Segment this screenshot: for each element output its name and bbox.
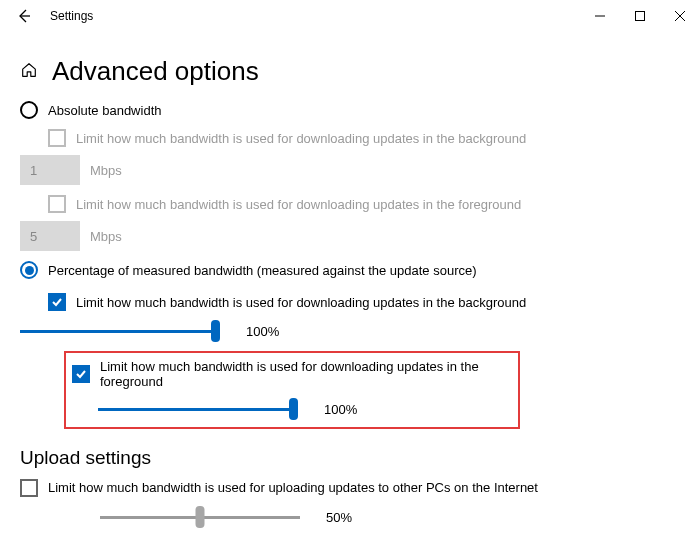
home-icon[interactable]	[20, 61, 38, 82]
checkbox-pct-foreground[interactable]	[72, 365, 90, 383]
slider-upload-value: 50%	[326, 510, 352, 525]
checkbox-abs-foreground	[48, 195, 66, 213]
close-button[interactable]	[660, 0, 700, 32]
radio-percentage-bandwidth[interactable]	[20, 261, 38, 279]
upload-section-title: Upload settings	[20, 447, 680, 469]
checkbox-pct-bg-label: Limit how much bandwidth is used for dow…	[76, 295, 526, 310]
input-abs-fg-value	[20, 221, 80, 251]
svg-rect-1	[636, 12, 645, 21]
highlighted-region: Limit how much bandwidth is used for dow…	[64, 351, 520, 429]
radio-absolute-label: Absolute bandwidth	[48, 103, 161, 118]
slider-pct-bg-value: 100%	[246, 324, 279, 339]
slider-pct-fg-value: 100%	[324, 402, 357, 417]
unit-abs-fg: Mbps	[90, 229, 122, 244]
checkbox-upload-label: Limit how much bandwidth is used for upl…	[48, 479, 538, 497]
page-title: Advanced options	[52, 56, 259, 87]
slider-pct-background[interactable]	[20, 321, 220, 341]
slider-pct-foreground[interactable]	[98, 399, 298, 419]
back-button[interactable]	[10, 2, 38, 30]
checkbox-abs-bg-label: Limit how much bandwidth is used for dow…	[76, 131, 526, 146]
slider-upload[interactable]	[100, 507, 300, 527]
radio-percentage-label: Percentage of measured bandwidth (measur…	[48, 263, 477, 278]
checkbox-upload-limit[interactable]	[20, 479, 38, 497]
window-title: Settings	[50, 9, 93, 23]
checkbox-pct-background[interactable]	[48, 293, 66, 311]
radio-absolute-bandwidth[interactable]	[20, 101, 38, 119]
minimize-button[interactable]	[580, 0, 620, 32]
input-abs-bg-value	[20, 155, 80, 185]
maximize-button[interactable]	[620, 0, 660, 32]
checkbox-abs-background	[48, 129, 66, 147]
checkbox-pct-fg-label: Limit how much bandwidth is used for dow…	[100, 359, 510, 389]
checkbox-abs-fg-label: Limit how much bandwidth is used for dow…	[76, 197, 521, 212]
unit-abs-bg: Mbps	[90, 163, 122, 178]
